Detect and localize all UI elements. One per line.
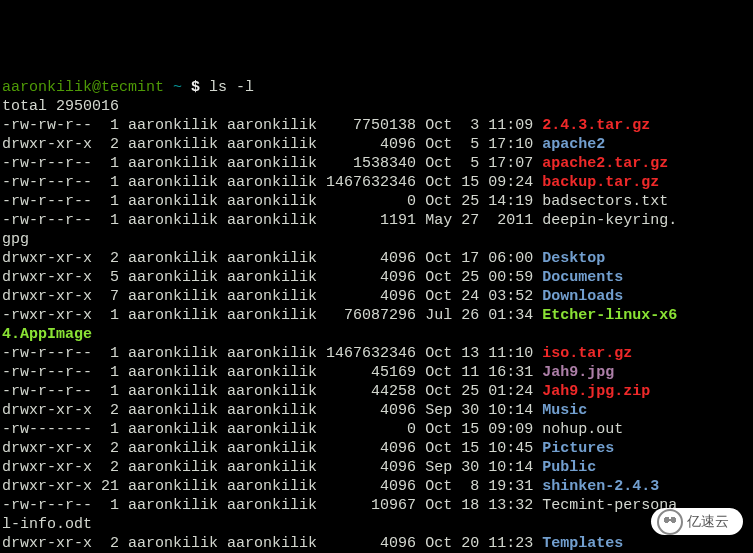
perm: drwxr-xr-x	[2, 136, 92, 153]
date: Oct 18 13:32	[425, 497, 533, 514]
group: aaronkilik	[227, 288, 317, 305]
command-text: ls -l	[209, 79, 254, 96]
prompt-cwd: ~	[173, 79, 182, 96]
ls-row: -rw-r--r-- 1 aaronkilik aaronkilik 14676…	[2, 345, 632, 362]
links: 1	[92, 345, 119, 362]
group: aaronkilik	[227, 421, 317, 438]
date: Sep 30 10:14	[425, 402, 533, 419]
owner: aaronkilik	[128, 383, 218, 400]
ls-row: drwxr-xr-x 2 aaronkilik aaronkilik 4096 …	[2, 136, 605, 153]
size: 1467632346	[317, 174, 416, 191]
filename-wrap: gpg	[2, 231, 29, 248]
date: Oct 13 11:10	[425, 345, 533, 362]
date: Oct 17 06:00	[425, 250, 533, 267]
watermark-text: 亿速云	[687, 513, 729, 529]
ls-row: drwxr-xr-x 5 aaronkilik aaronkilik 4096 …	[2, 269, 623, 286]
ls-row: drwxr-xr-x 7 aaronkilik aaronkilik 4096 …	[2, 288, 623, 305]
date: Jul 26 01:34	[425, 307, 533, 324]
filename: apache2.tar.gz	[542, 155, 668, 172]
group: aaronkilik	[227, 440, 317, 457]
filename: Etcher-linux-x6	[542, 307, 677, 324]
date: Oct 8 19:31	[425, 478, 533, 495]
links: 7	[92, 288, 119, 305]
owner: aaronkilik	[128, 535, 218, 552]
ls-row: drwxr-xr-x 2 aaronkilik aaronkilik 4096 …	[2, 440, 614, 457]
links: 2	[92, 459, 119, 476]
owner: aaronkilik	[128, 307, 218, 324]
owner: aaronkilik	[128, 193, 218, 210]
ls-row: drwxr-xr-x 2 aaronkilik aaronkilik 4096 …	[2, 250, 605, 267]
group: aaronkilik	[227, 364, 317, 381]
ls-row: -rw-r--r-- 1 aaronkilik aaronkilik 10967…	[2, 497, 677, 514]
ls-row: -rw-r--r-- 1 aaronkilik aaronkilik 44258…	[2, 383, 650, 400]
filename: shinken-2.4.3	[542, 478, 659, 495]
perm: drwxr-xr-x	[2, 269, 92, 286]
date: Oct 25 01:24	[425, 383, 533, 400]
size: 4096	[317, 478, 416, 495]
links: 1	[92, 383, 119, 400]
size: 0	[317, 421, 416, 438]
owner: aaronkilik	[128, 459, 218, 476]
size: 4096	[317, 402, 416, 419]
owner: aaronkilik	[128, 117, 218, 134]
filename-wrap: 4.AppImage	[2, 326, 92, 343]
group: aaronkilik	[227, 136, 317, 153]
date: Oct 25 14:19	[425, 193, 533, 210]
group: aaronkilik	[227, 478, 317, 495]
links: 1	[92, 155, 119, 172]
total-line: total 2950016	[2, 98, 119, 115]
owner: aaronkilik	[128, 250, 218, 267]
size: 10967	[317, 497, 416, 514]
links: 1	[92, 174, 119, 191]
prompt-user-host: aaronkilik@tecmint	[2, 79, 164, 96]
perm: drwxr-xr-x	[2, 250, 92, 267]
links: 2	[92, 440, 119, 457]
group: aaronkilik	[227, 535, 317, 552]
group: aaronkilik	[227, 193, 317, 210]
date: Oct 20 11:23	[425, 535, 533, 552]
ls-row: drwxr-xr-x 21 aaronkilik aaronkilik 4096…	[2, 478, 659, 495]
perm: -rw-r--r--	[2, 212, 92, 229]
ls-row: drwxr-xr-x 2 aaronkilik aaronkilik 4096 …	[2, 459, 596, 476]
filename: Pictures	[542, 440, 614, 457]
size: 45169	[317, 364, 416, 381]
group: aaronkilik	[227, 269, 317, 286]
date: Oct 25 00:59	[425, 269, 533, 286]
perm: -rw-------	[2, 421, 92, 438]
filename: Jah9.jpg.zip	[542, 383, 650, 400]
size: 4096	[317, 288, 416, 305]
group: aaronkilik	[227, 155, 317, 172]
owner: aaronkilik	[128, 440, 218, 457]
size: 7750138	[317, 117, 416, 134]
owner: aaronkilik	[128, 478, 218, 495]
ls-row: -rw-r--r-- 1 aaronkilik aaronkilik 15383…	[2, 155, 668, 172]
date: Oct 5 17:07	[425, 155, 533, 172]
owner: aaronkilik	[128, 136, 218, 153]
group: aaronkilik	[227, 345, 317, 362]
date: Oct 15 09:24	[425, 174, 533, 191]
filename: nohup.out	[542, 421, 623, 438]
links: 1	[92, 117, 119, 134]
filename: Public	[542, 459, 596, 476]
date: Oct 3 11:09	[425, 117, 533, 134]
size: 0	[317, 193, 416, 210]
links: 1	[92, 497, 119, 514]
filename: Music	[542, 402, 587, 419]
owner: aaronkilik	[128, 155, 218, 172]
owner: aaronkilik	[128, 421, 218, 438]
ls-row: -rw-r--r-- 1 aaronkilik aaronkilik 0 Oct…	[2, 193, 668, 210]
links: 2	[92, 402, 119, 419]
perm: -rw-r--r--	[2, 193, 92, 210]
date: Oct 11 16:31	[425, 364, 533, 381]
owner: aaronkilik	[128, 174, 218, 191]
owner: aaronkilik	[128, 497, 218, 514]
terminal-output[interactable]: aaronkilik@tecmint ~ $ ls -l total 29500…	[2, 78, 751, 553]
perm: drwxr-xr-x	[2, 459, 92, 476]
owner: aaronkilik	[128, 345, 218, 362]
filename: backup.tar.gz	[542, 174, 659, 191]
group: aaronkilik	[227, 307, 317, 324]
date: Oct 15 09:09	[425, 421, 533, 438]
links: 2	[92, 250, 119, 267]
ls-row: -rw-r--r-- 1 aaronkilik aaronkilik 14676…	[2, 174, 659, 191]
filename: Downloads	[542, 288, 623, 305]
